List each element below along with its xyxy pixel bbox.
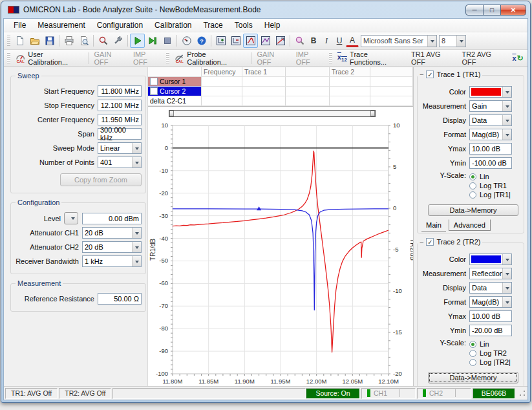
new-file-button[interactable] — [12, 34, 27, 48]
cursor1-row-header[interactable]: Cursor 1 — [148, 77, 202, 87]
sweep-mode-combo[interactable]: Linear — [98, 142, 142, 154]
level-input[interactable]: 0.00 dBm — [82, 213, 142, 224]
menu-configuration[interactable]: Configuration — [91, 19, 149, 31]
trace2-scale-logabs-radio[interactable]: Log |TR2| — [469, 358, 521, 366]
trace1-ymax-input[interactable]: 10.00 dB — [469, 143, 512, 155]
close-button[interactable]: ✕ — [500, 5, 526, 16]
titlebar[interactable]: OMICRON Lab - Bode Analyzer Suite - NewB… — [1, 1, 530, 18]
slider-right-handle[interactable] — [370, 111, 375, 116]
menu-trace[interactable]: Trace — [197, 19, 228, 31]
trace2-display-combo[interactable]: Data — [469, 282, 512, 294]
trace2-format-combo[interactable]: Mag(dB) — [469, 296, 512, 308]
trace1-ymin-input[interactable]: -100.00 dB — [469, 157, 512, 169]
chevron-down-icon[interactable] — [132, 256, 141, 266]
font-size-combo[interactable]: 8 — [439, 35, 466, 47]
device-speed-button[interactable] — [179, 34, 194, 48]
span-input[interactable]: 300.000 kHz — [98, 128, 142, 140]
collapse-icon[interactable]: − — [420, 70, 423, 78]
trace2-scale-log-radio[interactable]: Log TR2 — [469, 349, 521, 357]
menu-tools[interactable]: Tools — [229, 19, 259, 31]
trace1-measurement-combo[interactable]: Gain — [469, 100, 512, 112]
trace1-enable-checkbox[interactable]: ✓ — [426, 70, 434, 78]
chevron-down-icon[interactable] — [502, 297, 511, 307]
attenuator-ch2-combo[interactable]: 20 dB — [82, 241, 142, 253]
cursor2-cell[interactable] — [286, 87, 330, 96]
cursor2-frequency-cell[interactable] — [202, 87, 242, 96]
chevron-down-icon[interactable] — [502, 268, 511, 279]
settings-wrench-button[interactable] — [111, 34, 125, 48]
receiver-bandwidth-combo[interactable]: 1 kHz — [82, 255, 142, 267]
stop-frequency-input[interactable]: 12.100 MHz — [98, 100, 142, 111]
reference-resistance-input[interactable]: 50.00 Ω — [98, 293, 142, 305]
trace1-tab-advanced[interactable]: Advanced — [449, 219, 491, 231]
level-drop-button[interactable] — [64, 212, 78, 224]
remove-diagram-button[interactable] — [228, 34, 243, 48]
cursor1-cell[interactable] — [370, 77, 413, 87]
chart-canvas[interactable]: 100-10-20-30-40-50-60-70-80-90-1001050-5… — [148, 120, 413, 386]
menu-file[interactable]: File — [8, 19, 32, 31]
cursor1-trace1-cell[interactable] — [242, 77, 286, 87]
optimize-scale-button[interactable] — [273, 34, 288, 48]
open-file-button[interactable] — [27, 34, 42, 48]
bold-button[interactable]: B — [307, 34, 320, 48]
trace2-ymin-input[interactable]: -20.00 dB — [469, 325, 512, 336]
chevron-down-icon[interactable] — [502, 87, 511, 97]
probe-calibration-button[interactable]: CAL Probe Calibration... — [171, 49, 250, 67]
maximize-button[interactable]: □ — [483, 5, 501, 16]
attenuator-ch1-combo[interactable]: 20 dB — [82, 227, 142, 239]
chevron-down-icon[interactable] — [502, 115, 511, 125]
chevron-down-icon[interactable] — [456, 36, 465, 47]
cursor2-cell[interactable] — [370, 87, 413, 96]
collapse-icon[interactable]: − — [420, 238, 423, 246]
trace2-measurement-combo[interactable]: Reflection — [469, 268, 512, 279]
print-button[interactable] — [61, 34, 76, 48]
chevron-down-icon[interactable] — [132, 143, 141, 153]
menu-help[interactable]: Help — [259, 19, 286, 31]
cursor2-checkbox[interactable] — [150, 87, 158, 95]
chevron-down-icon[interactable] — [502, 254, 511, 264]
trace1-scale-lin-radio[interactable]: Lin — [469, 173, 521, 180]
italic-button[interactable]: I — [320, 34, 333, 48]
cursor1-cell[interactable] — [286, 77, 330, 87]
trace1-format-combo[interactable]: Mag(dB) — [469, 129, 512, 140]
print-preview-button[interactable] — [76, 34, 91, 48]
trace1-scale-log-radio[interactable]: Log TR1 — [469, 182, 521, 189]
bode-chart[interactable]: 100-10-20-30-40-50-60-70-80-90-1001050-5… — [148, 120, 413, 386]
cursor1-checkbox[interactable] — [150, 78, 158, 85]
save-button[interactable] — [42, 34, 57, 48]
menu-measurement[interactable]: Measurement — [32, 19, 90, 31]
trace1-color-combo[interactable] — [469, 86, 512, 98]
trace2-enable-checkbox[interactable]: ✓ — [426, 238, 434, 246]
underline-button[interactable]: U — [333, 34, 346, 48]
format-zoom-button[interactable] — [292, 34, 307, 48]
resize-grip[interactable] — [518, 389, 526, 397]
user-calibration-button[interactable]: CAL User Calibration... — [12, 49, 87, 67]
trace1-scale-logabs-radio[interactable]: Log |TR1| — [469, 191, 521, 199]
chevron-down-icon[interactable] — [502, 283, 511, 293]
chevron-down-icon[interactable] — [502, 129, 511, 140]
minimize-button[interactable]: ─ — [465, 5, 484, 16]
reset-averaging-button[interactable]: x↻ — [509, 52, 526, 65]
cursor1-trace2-cell[interactable] — [330, 77, 370, 87]
chevron-down-icon[interactable] — [502, 101, 511, 111]
start-frequency-input[interactable]: 11.800 MHz — [98, 85, 142, 97]
trace1-data-memory-button[interactable]: Data->Memory — [428, 204, 518, 216]
slider-left-handle[interactable] — [169, 111, 174, 116]
center-frequency-input[interactable]: 11.950 MHz — [98, 114, 142, 125]
help-button[interactable]: ? — [194, 34, 209, 48]
cursor2-row-header[interactable]: Cursor 2 — [148, 87, 202, 96]
trace2-scale-lin-radio[interactable]: Lin — [469, 340, 521, 348]
cursor1-frequency-cell[interactable] — [202, 77, 242, 87]
show-curve-button[interactable] — [243, 34, 258, 48]
single-sweep-button[interactable] — [145, 34, 160, 48]
zoom-range-slider[interactable] — [169, 110, 376, 117]
add-diagram-button[interactable] — [213, 34, 228, 48]
show-memory-button[interactable] — [258, 34, 273, 48]
trace1-display-combo[interactable]: Data — [469, 114, 512, 126]
trace1-tab-main[interactable]: Main — [421, 220, 446, 232]
start-sweep-button[interactable] — [130, 34, 145, 48]
trace-functions-button[interactable]: x12 Trace Functions... — [334, 49, 408, 67]
chevron-down-icon[interactable] — [132, 242, 141, 252]
chevron-down-icon[interactable] — [132, 228, 141, 238]
copy-from-zoom-button[interactable]: Copy from Zoom — [60, 173, 142, 186]
